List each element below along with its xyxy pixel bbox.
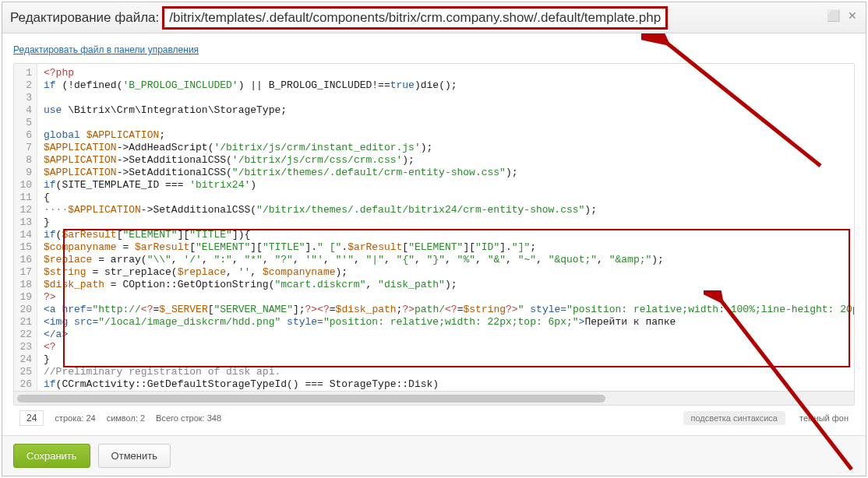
title-file-path: /bitrix/templates/.default/components/bi… [162,6,668,30]
cancel-button[interactable]: Отменить [98,444,171,468]
dialog-window: Редактирование файла: /bitrix/templates/… [2,2,866,476]
dialog-footer: Сохранить Отменить [2,435,866,476]
horizontal-scrollbar[interactable] [14,391,854,405]
status-column: символ: 2 [107,413,145,423]
code-editor[interactable]: 1234567891011121314151617181920212223242… [13,63,855,406]
title-prefix: Редактирование файла: [10,10,159,26]
current-line-number: 24 [19,410,44,426]
maximize-icon[interactable]: ⬜ [827,10,838,21]
dark-theme-toggle[interactable]: темный фон [799,413,849,423]
status-line: строка: 24 [55,413,95,423]
scrollbar-thumb[interactable] [17,395,605,402]
line-number-gutter: 1234567891011121314151617181920212223242… [14,64,37,391]
code-content[interactable]: <?phpif (!defined('B_PROLOG_INCLUDED') |… [37,64,854,391]
status-total-lines: Всего строк: 348 [156,413,221,423]
save-button[interactable]: Сохранить [13,444,90,468]
edit-in-panel-link[interactable]: Редактировать файл в панели управления [13,44,199,55]
close-icon[interactable]: ✕ [847,10,858,21]
syntax-highlight-toggle[interactable]: подсветка синтаксиса [683,411,785,425]
title-bar: Редактирование файла: /bitrix/templates/… [2,2,866,33]
status-bar: 24 строка: 24 символ: 2 Всего строк: 348… [13,406,855,431]
